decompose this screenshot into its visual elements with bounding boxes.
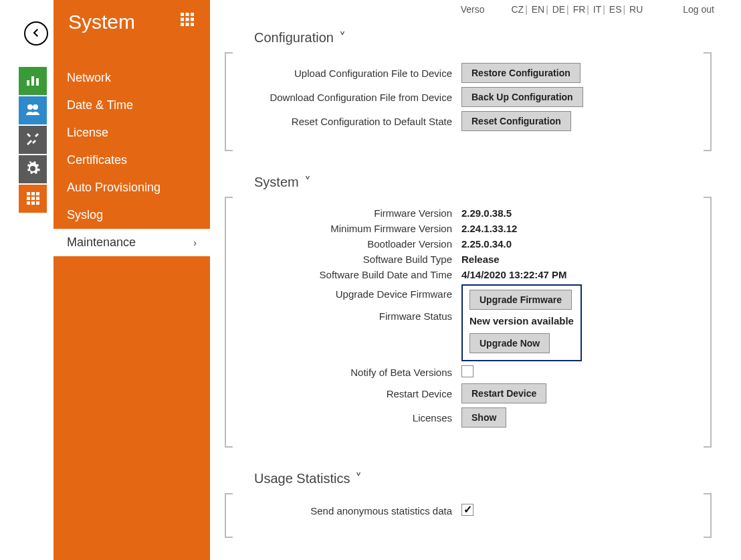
- sidebar-item-datetime[interactable]: Date & Time: [54, 92, 210, 119]
- section-usage-statistics-title[interactable]: Usage Statistics ˅: [225, 468, 712, 493]
- sidebar-item-label: Maintenance: [67, 236, 136, 250]
- min-firmware-label: Minimum Firmware Version: [234, 223, 461, 234]
- sidebar-item-syslog[interactable]: Syslog: [54, 201, 210, 229]
- build-date-label: Software Build Date and Time: [234, 269, 461, 280]
- users-icon: [25, 102, 41, 120]
- sidebar-item-maintenance[interactable]: Maintenance ›: [54, 229, 210, 256]
- apps-grid-icon[interactable]: [179, 11, 195, 29]
- rail-status-icon[interactable]: [19, 67, 47, 95]
- upload-config-label: Upload Configuration File to Device: [234, 68, 461, 79]
- licenses-show-button[interactable]: Show: [461, 407, 506, 428]
- lang-ru[interactable]: RU: [629, 4, 643, 15]
- section-configuration-title[interactable]: Configuration ˅: [225, 27, 712, 52]
- firmware-update-highlight: Upgrade Firmware New version available U…: [461, 284, 582, 361]
- notify-beta-label: Notify of Beta Versions: [234, 367, 461, 378]
- reset-configuration-button[interactable]: Reset Configuration: [461, 111, 571, 131]
- sidebar-nav: Network Date & Time License Certificates…: [54, 64, 210, 256]
- svg-rect-10: [36, 197, 39, 200]
- firmware-version-label: Firmware Version: [234, 207, 461, 219]
- rail-directory-icon[interactable]: [19, 96, 47, 124]
- svg-point-4: [33, 104, 38, 110]
- svg-rect-17: [181, 17, 184, 21]
- gear-icon: [25, 161, 41, 179]
- rail-system-icon[interactable]: [19, 185, 47, 213]
- svg-rect-8: [27, 197, 30, 200]
- svg-rect-13: [36, 201, 39, 205]
- svg-point-3: [27, 104, 33, 110]
- sidebar-item-certificates[interactable]: Certificates: [54, 147, 210, 174]
- firmware-status-value: New version available: [469, 315, 574, 326]
- sidebar-item-network[interactable]: Network: [54, 64, 210, 92]
- restore-configuration-button[interactable]: Restore Configuration: [461, 63, 580, 83]
- main-content: Configuration ˅ Upload Configuration Fil…: [225, 27, 717, 547]
- section-configuration: Configuration ˅ Upload Configuration Fil…: [225, 27, 712, 151]
- sidebar-item-autoprovisioning[interactable]: Auto Provisioning: [54, 174, 210, 201]
- chevron-right-icon: ›: [193, 238, 197, 248]
- chevron-down-icon: ˅: [339, 29, 346, 45]
- build-date-value: 4/14/2020 13:22:47 PM: [461, 269, 567, 280]
- svg-rect-16: [191, 13, 194, 16]
- back-button[interactable]: [24, 21, 48, 45]
- grid-icon: [25, 190, 41, 208]
- restart-device-button[interactable]: Restart Device: [461, 383, 546, 403]
- lang-cz[interactable]: CZ: [511, 4, 524, 15]
- svg-rect-2: [36, 78, 39, 86]
- rail-hardware-icon[interactable]: [19, 155, 47, 183]
- sidebar-item-license[interactable]: License: [54, 119, 210, 147]
- upgrade-firmware-button[interactable]: Upgrade Firmware: [469, 290, 572, 310]
- svg-rect-21: [186, 23, 189, 26]
- upgrade-now-button[interactable]: Upgrade Now: [469, 333, 550, 353]
- licenses-label: Licenses: [234, 412, 461, 424]
- logout-link[interactable]: Log out: [683, 4, 714, 15]
- chevron-down-icon: ˅: [304, 174, 311, 190]
- lang-fr[interactable]: FR: [573, 4, 586, 15]
- svg-rect-19: [191, 17, 194, 21]
- svg-rect-15: [186, 13, 189, 16]
- bootloader-value: 2.25.0.34.0: [461, 238, 512, 250]
- section-system-title[interactable]: System ˅: [225, 171, 712, 197]
- lang-it[interactable]: IT: [593, 4, 601, 15]
- notify-beta-checkbox[interactable]: [461, 365, 473, 377]
- sidebar: System Network Date & Time License Certi…: [54, 0, 210, 560]
- tools-icon: [25, 131, 41, 149]
- firmware-status-label: Firmware Status: [234, 310, 461, 322]
- download-config-label: Download Configuration File from Device: [234, 92, 461, 103]
- rail-services-icon[interactable]: [19, 126, 47, 154]
- send-anon-stats-label: Send anonymous statistics data: [234, 505, 461, 517]
- svg-rect-14: [181, 13, 184, 16]
- section-system: System ˅ Firmware Version 2.29.0.38.5 Mi…: [225, 171, 712, 448]
- arrow-left-icon: [30, 27, 42, 41]
- svg-rect-0: [27, 80, 29, 86]
- svg-rect-6: [31, 192, 35, 195]
- lang-de[interactable]: DE: [552, 4, 565, 15]
- lang-es[interactable]: ES: [609, 4, 622, 15]
- chevron-down-icon: ˅: [355, 470, 362, 486]
- build-type-label: Software Build Type: [234, 254, 461, 265]
- svg-rect-11: [27, 201, 30, 205]
- language-switcher: CZ| EN| DE| FR| IT| ES| RU: [511, 4, 643, 15]
- svg-rect-9: [31, 197, 35, 200]
- send-anon-stats-checkbox[interactable]: [461, 504, 473, 516]
- svg-rect-18: [186, 17, 189, 21]
- svg-rect-7: [36, 192, 39, 195]
- lang-en[interactable]: EN: [532, 4, 544, 15]
- icon-rail: [19, 67, 47, 213]
- firmware-version-value: 2.29.0.38.5: [461, 207, 512, 219]
- sidebar-title: System: [68, 11, 135, 33]
- chart-bar-icon: [25, 72, 41, 90]
- svg-rect-5: [27, 192, 30, 195]
- section-usage-statistics: Usage Statistics ˅ Send anonymous statis…: [225, 468, 712, 538]
- svg-rect-12: [31, 201, 35, 205]
- min-firmware-value: 2.24.1.33.12: [461, 223, 517, 234]
- svg-rect-1: [31, 76, 34, 86]
- upgrade-firmware-label: Upgrade Device Firmware: [234, 288, 461, 300]
- brand-name: Verso: [461, 4, 485, 15]
- svg-rect-20: [181, 23, 184, 26]
- reset-config-label: Reset Configuration to Default State: [234, 116, 461, 127]
- sidebar-header: System: [54, 0, 210, 51]
- backup-configuration-button[interactable]: Back Up Configuration: [461, 87, 583, 107]
- bootloader-label: Bootloader Version: [234, 238, 461, 250]
- restart-device-label: Restart Device: [234, 388, 461, 399]
- build-type-value: Release: [461, 254, 500, 265]
- svg-rect-22: [191, 23, 194, 26]
